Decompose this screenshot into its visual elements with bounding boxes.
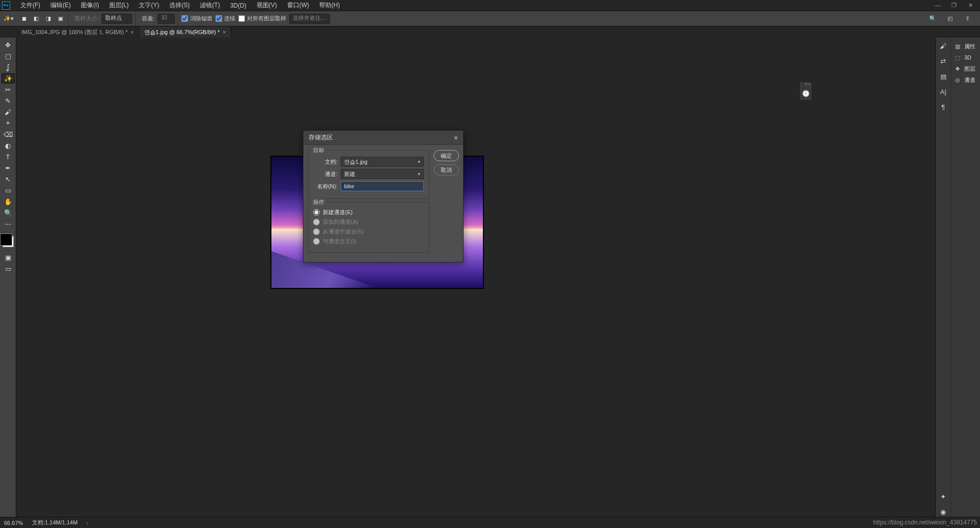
save-selection-dialog: 存储选区 × 目标 文档: 연습1.jpg ▾ 通道: bbox=[303, 130, 464, 262]
search-icon[interactable]: 🔍 bbox=[928, 14, 937, 23]
menu-layer[interactable]: 图层(L) bbox=[104, 0, 134, 12]
3d-panel-tab[interactable]: ⬚ 3D bbox=[951, 52, 980, 63]
edit-toolbar[interactable]: ⋯ bbox=[2, 219, 15, 229]
panel-label: 图层 bbox=[964, 65, 975, 73]
chevron-down-icon: ▾ bbox=[418, 159, 420, 164]
channel-select[interactable]: 新建 ▾ bbox=[341, 169, 424, 179]
path-select-tool[interactable]: ↖ bbox=[2, 174, 15, 184]
collapsed-panel[interactable]: «× 🕘 bbox=[799, 81, 812, 101]
eraser-tool[interactable]: ⌫ bbox=[2, 129, 15, 139]
document-tab[interactable]: IMG_1004.JPG @ 100% (图层 1, RGB/8) * × bbox=[16, 26, 139, 38]
sample-size-label: 取样大小: bbox=[75, 15, 99, 22]
tab-close-icon[interactable]: × bbox=[223, 30, 226, 35]
all-layers-checkbox[interactable]: 对所有图层取样 bbox=[238, 15, 286, 22]
menu-help[interactable]: 帮助(H) bbox=[314, 0, 345, 12]
swatches-panel-icon[interactable]: ⇄ bbox=[938, 56, 949, 66]
name-input[interactable]: bike bbox=[341, 181, 424, 191]
layers-icon: ❖ bbox=[954, 66, 961, 72]
move-tool[interactable]: ✥ bbox=[2, 40, 15, 50]
channels-panel-tab[interactable]: ◎ 通道 bbox=[951, 74, 980, 85]
clone-stamp-tool[interactable]: ⌖ bbox=[2, 118, 15, 128]
menu-view[interactable]: 视图(V) bbox=[252, 0, 282, 12]
window-restore[interactable]: ❐ bbox=[950, 2, 959, 9]
window-minimize[interactable]: — bbox=[933, 2, 942, 9]
pen-tool[interactable]: ✒ bbox=[2, 163, 15, 173]
tolerance-input[interactable]: 32 bbox=[158, 14, 175, 24]
canvas-area[interactable] bbox=[16, 38, 935, 517]
document-tab[interactable]: 연습1.jpg @ 66.7%(RGB/8#) * × bbox=[139, 26, 231, 38]
antialias-label: 消除锯齿 bbox=[190, 15, 212, 22]
radio-label: 添加到通道(A) bbox=[323, 218, 358, 226]
properties-panel-tab[interactable]: ▥ 属性 bbox=[951, 41, 980, 52]
window-close[interactable]: ✕ bbox=[966, 2, 975, 9]
intersect-selection-icon[interactable]: ▣ bbox=[56, 14, 65, 23]
frame-icon[interactable]: ◰ bbox=[945, 14, 955, 23]
menu-file[interactable]: 文件(F) bbox=[15, 0, 45, 12]
select-value: 연습1.jpg bbox=[344, 158, 368, 166]
tools-panel: ✥ ▢ ʆ ✨ ✂ ✎ 🖌 ⌖ ⌫ ◐ T ✒ ↖ ▭ ✋ 🔍 ⋯ ▣ ▭ bbox=[0, 38, 16, 517]
document-select[interactable]: 연습1.jpg ▾ bbox=[341, 157, 424, 167]
select-and-mask-button[interactable]: 选择并遮住... bbox=[289, 14, 330, 24]
sample-size-select[interactable]: 取样点 bbox=[102, 14, 132, 24]
subtract-selection-icon[interactable]: ◨ bbox=[44, 14, 53, 23]
antialias-checkbox[interactable]: 消除锯齿 bbox=[181, 15, 212, 22]
radio-label: 新建通道(E) bbox=[323, 209, 353, 216]
crop-tool[interactable]: ✂ bbox=[2, 84, 15, 95]
op-add-to-channel: 添加到通道(A) bbox=[313, 218, 424, 226]
eyedropper-tool[interactable]: ✎ bbox=[2, 96, 15, 106]
cancel-button[interactable]: 取消 bbox=[434, 164, 459, 175]
layers-panel-tab[interactable]: ❖ 图层 bbox=[951, 63, 980, 74]
type-tool[interactable]: T bbox=[2, 152, 15, 162]
menu-filter[interactable]: 滤镜(T) bbox=[195, 0, 225, 12]
dialog-close-icon[interactable]: × bbox=[454, 134, 458, 142]
share-icon[interactable]: ⇪ bbox=[963, 14, 972, 23]
menu-bar: Ps 文件(F) 编辑(E) 图像(I) 图层(L) 文字(Y) 选择(S) 滤… bbox=[0, 0, 980, 11]
menu-edit[interactable]: 编辑(E) bbox=[45, 0, 76, 12]
radio-label: 从通道中减去(S) bbox=[323, 228, 364, 236]
panel-collapse-icon[interactable]: « bbox=[805, 82, 807, 87]
tolerance-label: 容差: bbox=[142, 15, 155, 22]
history-panel-icon[interactable]: 🕘 bbox=[800, 87, 812, 100]
tab-close-icon[interactable]: × bbox=[131, 30, 134, 35]
current-tool-icon[interactable]: ✨▾ bbox=[4, 14, 13, 23]
target-legend: 目标 bbox=[311, 146, 326, 154]
brush-tool[interactable]: 🖌 bbox=[2, 107, 15, 117]
magic-wand-tool[interactable]: ✨ bbox=[2, 73, 15, 83]
zoom-level[interactable]: 66.67% bbox=[4, 520, 23, 526]
ok-button[interactable]: 确定 bbox=[434, 150, 459, 161]
menu-select[interactable]: 选择(S) bbox=[164, 0, 195, 12]
new-selection-icon[interactable]: ◼ bbox=[19, 14, 28, 23]
panel-close-icon[interactable]: × bbox=[808, 82, 811, 87]
zoom-tool[interactable]: 🔍 bbox=[2, 208, 15, 218]
quick-mask-toggle[interactable]: ▣ bbox=[2, 252, 15, 262]
foreground-background-swatch[interactable] bbox=[3, 236, 14, 247]
op-new-channel[interactable]: 新建通道(E) bbox=[313, 209, 424, 216]
brush-panel-icon[interactable]: 🖌 bbox=[938, 41, 949, 51]
gradient-tool[interactable]: ◐ bbox=[2, 140, 15, 151]
libraries-panel-icon[interactable]: ▤ bbox=[938, 71, 949, 81]
lasso-tool[interactable]: ʆ bbox=[2, 62, 15, 72]
status-flyout-icon[interactable]: › bbox=[87, 520, 89, 526]
input-value: bike bbox=[344, 183, 354, 189]
tab-title: IMG_1004.JPG @ 100% (图层 1, RGB/8) * bbox=[21, 28, 128, 36]
hand-tool[interactable]: ✋ bbox=[2, 196, 15, 207]
shape-tool[interactable]: ▭ bbox=[2, 185, 15, 195]
cc-panel-icon[interactable]: ◉ bbox=[938, 507, 949, 517]
document-info[interactable]: 文档:1.14M/1.14M bbox=[32, 519, 77, 526]
character-panel-icon[interactable]: A| bbox=[938, 86, 949, 97]
menu-window[interactable]: 窗口(W) bbox=[282, 0, 314, 12]
properties-icon: ▥ bbox=[954, 43, 961, 50]
menu-image[interactable]: 图像(I) bbox=[76, 0, 104, 12]
op-intersect-with-channel: 与通道交叉(I) bbox=[313, 238, 424, 245]
menu-3d[interactable]: 3D(D) bbox=[225, 0, 252, 11]
marquee-tool[interactable]: ▢ bbox=[2, 51, 15, 61]
options-bar: ✨▾ ◼ ◧ ◨ ▣ 取样大小: 取样点 容差: 32 消除锯齿 连续 对所有图… bbox=[0, 11, 980, 26]
chevron-down-icon: ▾ bbox=[418, 171, 420, 177]
screen-mode-toggle[interactable]: ▭ bbox=[2, 263, 15, 274]
settings-panel-icon[interactable]: ✦ bbox=[938, 491, 949, 502]
app-logo: Ps bbox=[2, 2, 10, 10]
paragraph-panel-icon[interactable]: ¶ bbox=[938, 102, 949, 112]
add-selection-icon[interactable]: ◧ bbox=[32, 14, 41, 23]
contiguous-checkbox[interactable]: 连续 bbox=[216, 15, 235, 22]
menu-type[interactable]: 文字(Y) bbox=[134, 0, 164, 12]
